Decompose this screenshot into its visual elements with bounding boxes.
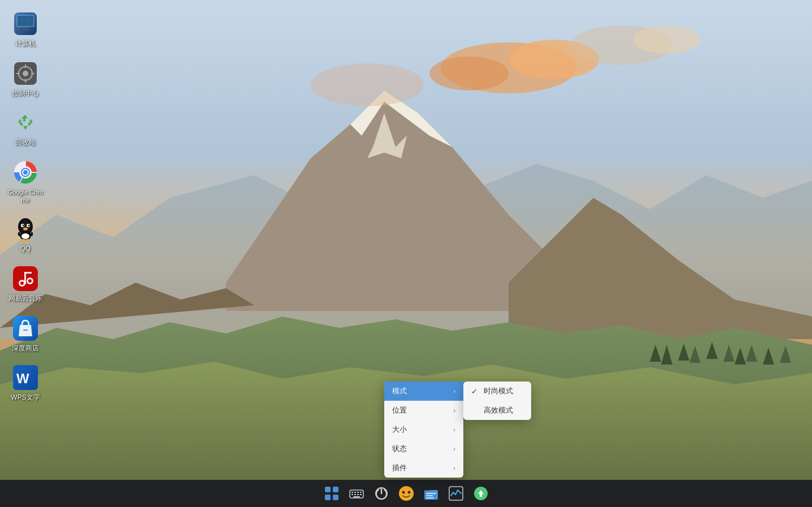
submenu-item-fashion-mode[interactable]: ✓ 时尚模式	[463, 382, 531, 401]
menu-item-plugin-label: 插件	[392, 463, 442, 473]
svg-rect-59	[357, 494, 359, 495]
svg-rect-57	[351, 494, 353, 495]
svg-point-30	[23, 225, 24, 227]
menu-item-size[interactable]: 大小 ›	[384, 420, 463, 439]
recycle-bin-icon-img	[12, 109, 39, 136]
desktop-icon-netease-music[interactable]: 网易云音乐	[3, 261, 48, 308]
chrome-icon-svg	[12, 159, 39, 186]
menu-item-plugin[interactable]: 插件 ›	[384, 458, 463, 478]
deepin-store-icon-label: 深度商店	[12, 344, 39, 353]
deepin-assistant-icon	[398, 485, 415, 502]
control-center-icon-img	[12, 60, 39, 87]
netease-icon-svg	[12, 265, 39, 292]
svg-point-31	[28, 225, 30, 227]
context-menu: 模式 › ✓ 时尚模式 ✓ 高效模式 位置 › 大小 › 状	[384, 382, 463, 478]
menu-item-status[interactable]: 状态 ›	[384, 439, 463, 458]
menu-item-status-arrow: ›	[453, 445, 455, 452]
control-center-icon-svg	[12, 60, 39, 87]
menu-item-status-label: 状态	[392, 444, 442, 454]
svg-rect-40	[24, 272, 26, 284]
menu-item-mode-arrow: ›	[453, 388, 455, 395]
svg-rect-69	[426, 497, 434, 499]
svg-rect-50	[325, 495, 331, 500]
recycle-bin-icon-label: 回收站	[15, 138, 36, 148]
power-icon	[374, 486, 389, 501]
taskbar-launcher[interactable]	[320, 482, 343, 505]
desktop-icon-computer[interactable]: 计算机	[3, 6, 48, 53]
desktop-icon-qq[interactable]: QQ	[3, 211, 48, 258]
menu-item-size-arrow: ›	[453, 426, 455, 433]
fashion-mode-label: 时尚模式	[484, 386, 513, 396]
svg-rect-56	[360, 492, 362, 493]
svg-rect-55	[357, 492, 359, 493]
menu-item-plugin-arrow: ›	[453, 465, 455, 471]
desktop-icon-wps-text[interactable]: W WPS文字	[3, 359, 48, 407]
task-manager-icon	[448, 486, 464, 501]
submenu-item-efficient-mode[interactable]: ✓ 高效模式	[463, 401, 531, 420]
svg-point-63	[399, 486, 414, 501]
chrome-icon-img	[12, 159, 39, 186]
qq-icon-img	[12, 215, 39, 242]
qq-icon-label: QQ	[20, 245, 31, 254]
svg-rect-60	[360, 494, 362, 495]
wps-icon-svg: W	[12, 364, 39, 391]
netease-icon-label: 网易云音乐	[8, 294, 42, 304]
svg-point-64	[402, 491, 405, 494]
desktop: 计算机 控制中心	[0, 0, 812, 507]
svg-rect-61	[353, 496, 360, 497]
taskbar-keyboard[interactable]	[345, 482, 368, 505]
menu-item-mode-label: 模式	[392, 386, 442, 396]
taskbar	[0, 480, 812, 507]
desktop-icon-recycle-bin[interactable]: 回收站	[3, 105, 48, 152]
keyboard-icon	[349, 486, 364, 501]
svg-point-17	[23, 71, 28, 76]
svg-rect-68	[426, 495, 433, 496]
svg-text:W: W	[16, 371, 29, 386]
menu-item-position[interactable]: 位置 ›	[384, 401, 463, 420]
svg-rect-48	[325, 487, 331, 492]
svg-point-43	[28, 279, 32, 283]
menu-item-position-label: 位置	[392, 405, 442, 415]
taskbar-power[interactable]	[370, 482, 393, 505]
taskbar-task-manager[interactable]	[445, 482, 467, 505]
svg-point-3	[429, 57, 509, 90]
recycle-icon-svg	[12, 109, 39, 136]
desktop-icons: 计算机 控制中心	[0, 6, 51, 409]
svg-point-42	[20, 281, 24, 285]
svg-point-5	[633, 25, 701, 54]
menu-item-mode[interactable]: 模式 › ✓ 时尚模式 ✓ 高效模式	[384, 382, 463, 401]
svg-rect-45	[23, 330, 28, 331]
taskbar-deepin-assistant[interactable]	[395, 482, 418, 505]
taskbar-file-manager[interactable]	[420, 482, 442, 505]
app-store-icon	[473, 486, 489, 501]
deepin-store-icon-svg	[12, 315, 39, 342]
desktop-icon-deepin-store[interactable]: 深度商店	[3, 310, 48, 358]
fashion-mode-check: ✓	[471, 387, 480, 396]
desktop-icon-google-chrome[interactable]: Google Chrome	[3, 154, 48, 209]
file-manager-icon	[423, 486, 439, 501]
desktop-icon-control-center[interactable]: 控制中心	[3, 55, 48, 103]
svg-point-65	[407, 491, 410, 494]
svg-rect-51	[333, 495, 338, 500]
taskbar-app-store[interactable]	[470, 482, 492, 505]
svg-rect-53	[351, 492, 353, 493]
svg-rect-41	[24, 272, 32, 274]
svg-point-34	[21, 233, 29, 239]
svg-point-25	[23, 170, 28, 175]
svg-rect-49	[333, 487, 338, 492]
mode-submenu: ✓ 时尚模式 ✓ 高效模式	[463, 382, 531, 420]
wps-icon-label: WPS文字	[11, 393, 40, 402]
svg-rect-13	[23, 27, 28, 29]
svg-rect-67	[426, 493, 436, 494]
svg-point-36	[25, 239, 30, 241]
deepin-store-icon-img	[12, 315, 39, 342]
launcher-icon	[324, 486, 340, 501]
svg-rect-9	[18, 16, 33, 26]
menu-item-position-arrow: ›	[453, 407, 455, 414]
svg-point-35	[21, 239, 25, 241]
efficient-mode-label: 高效模式	[484, 405, 513, 415]
menu-item-size-label: 大小	[392, 424, 442, 435]
chrome-icon-label: Google Chrome	[6, 188, 45, 205]
qq-icon-svg	[12, 215, 39, 242]
computer-icon-img	[12, 10, 39, 37]
